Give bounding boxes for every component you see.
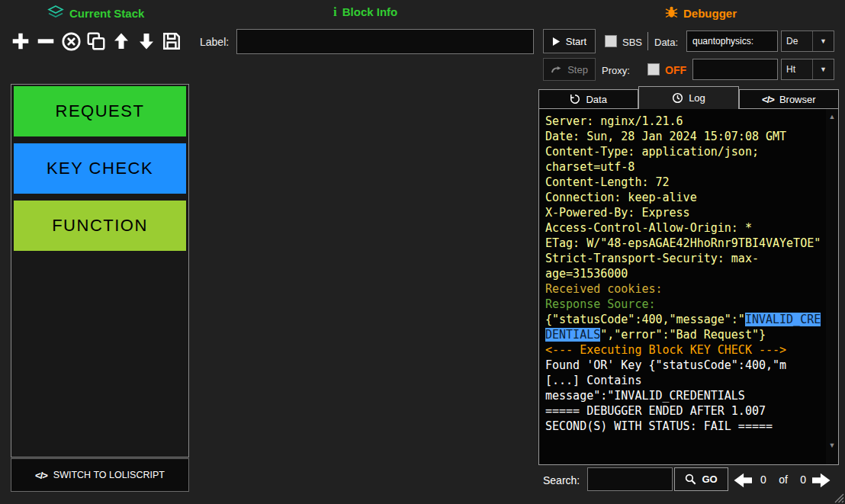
log-line: Connection: keep-alive — [545, 190, 823, 205]
minus-icon — [36, 31, 56, 51]
clock-history-icon — [672, 92, 683, 104]
block-info-title: Block Info — [342, 5, 398, 18]
log-line: Content-Length: 72 — [545, 175, 823, 190]
code-icon: </> — [762, 94, 774, 105]
search-go-button[interactable]: GO — [674, 467, 728, 491]
vertical-divider — [647, 32, 648, 50]
circle-x-icon — [61, 31, 82, 52]
clone-block-button[interactable] — [85, 27, 108, 55]
layers-icon — [47, 5, 64, 21]
log-lines: Server: nginx/1.21.6Date: Sun, 28 Jan 20… — [545, 114, 823, 434]
proxy-type-dropdown[interactable]: Ht ▼ — [781, 59, 834, 80]
search-caption: Search: — [543, 474, 580, 486]
proxy-checkbox[interactable] — [647, 63, 660, 75]
log-line: Server: nginx/1.21.6 — [545, 114, 823, 129]
log-line: Access-Control-Allow-Origin: * — [545, 220, 823, 236]
stacker-debugger-window: Current Stack i Block Info Debugger — [0, 0, 845, 504]
debugger-title: Debugger — [683, 7, 737, 20]
switch-to-loliscript-button[interactable]: </> SWITCH TO LOLISCRIPT — [11, 458, 189, 492]
chevron-down-icon[interactable]: ▼ — [812, 59, 834, 79]
sbs-checkbox[interactable] — [605, 35, 617, 47]
arrow-down-icon — [137, 31, 156, 51]
plus-icon — [11, 31, 31, 51]
proxy-type-value: Ht — [782, 59, 812, 79]
code-icon: </> — [35, 470, 47, 481]
save-config-button[interactable] — [160, 27, 183, 55]
disable-block-button[interactable] — [59, 27, 82, 55]
refresh-icon — [570, 94, 580, 104]
start-button-label: Start — [566, 36, 586, 47]
data-input[interactable] — [686, 30, 778, 52]
log-line: Found 'OR' Key {"statusCode":400,"m [...… — [545, 358, 823, 403]
remove-block-button[interactable] — [34, 27, 57, 55]
save-icon — [162, 31, 182, 51]
proxy-input[interactable] — [692, 59, 778, 80]
log-panel: Server: nginx/1.21.6Date: Sun, 28 Jan 20… — [538, 108, 839, 465]
search-input[interactable] — [587, 467, 673, 491]
next-match-button[interactable] — [810, 469, 833, 492]
tab-log-label: Log — [689, 92, 705, 104]
move-block-up-button[interactable] — [110, 27, 133, 55]
wordlist-type-value: De — [782, 31, 812, 51]
log-line: ETag: W/"48-epsAGAE42HhoRnr9TBI4VAYeTOE" — [545, 236, 823, 251]
stack-block-request[interactable]: REQUEST — [14, 86, 186, 136]
scroll-down-icon[interactable]: ▼ — [826, 440, 838, 451]
current-stack-title: Current Stack — [69, 7, 144, 20]
stack-block-function[interactable]: FUNCTION — [14, 201, 186, 251]
sbs-label: SBS — [622, 37, 642, 48]
match-total: 0 — [800, 474, 806, 486]
add-block-button[interactable] — [9, 27, 32, 55]
tab-data-label: Data — [586, 94, 606, 105]
match-of-label: of — [779, 474, 788, 486]
log-scrollbar[interactable]: ▲ ▼ — [826, 109, 838, 464]
start-button[interactable]: Start — [543, 29, 596, 53]
data-caption: Data: — [654, 37, 678, 48]
wordlist-type-dropdown[interactable]: De ▼ — [781, 30, 834, 52]
log-line: <--- Executing Block KEY CHECK ---> — [545, 342, 823, 358]
arrow-left-icon — [732, 471, 753, 490]
move-block-down-button[interactable] — [135, 27, 158, 55]
log-line: Content-Type: application/json; charset=… — [545, 144, 823, 175]
switch-button-label: SWITCH TO LOLISCRIPT — [53, 470, 165, 480]
stack-list: REQUESTKEY CHECKFUNCTION — [14, 86, 186, 251]
proxy-status-badge: OFF — [665, 64, 686, 76]
arrow-right-icon — [811, 471, 832, 490]
match-current: 0 — [760, 474, 766, 486]
log-line: X-Powered-By: Express — [545, 205, 823, 220]
match-counter: 0 of 0 — [760, 474, 806, 486]
step-arrow-icon — [551, 65, 562, 74]
block-label-caption: Label: — [200, 36, 229, 48]
arrow-up-icon — [112, 31, 130, 51]
go-button-label: GO — [702, 474, 717, 485]
debugger-tabbar: Data Log </> Browser — [538, 86, 839, 109]
step-button-label: Step — [567, 64, 588, 75]
scroll-up-icon[interactable]: ▲ — [826, 111, 838, 122]
log-line: ===== DEBUGGER ENDED AFTER 1.007 SECOND(… — [545, 403, 823, 434]
step-button[interactable]: Step — [543, 58, 596, 81]
stack-block-key-check[interactable]: KEY CHECK — [14, 143, 186, 194]
clone-icon — [86, 31, 106, 51]
chevron-down-icon[interactable]: ▼ — [812, 31, 834, 51]
play-icon — [552, 37, 561, 47]
log-line: Received cookies: — [545, 281, 823, 297]
tab-log[interactable]: Log — [638, 86, 738, 109]
log-line: Response Source: — [545, 297, 823, 312]
stack-toolbar — [9, 27, 183, 55]
bug-icon — [665, 5, 678, 21]
tab-browser[interactable]: </> Browser — [739, 89, 839, 109]
block-info-header: i Block Info — [333, 5, 397, 18]
tab-data[interactable]: Data — [538, 89, 638, 109]
debugger-header: Debugger — [665, 5, 737, 21]
current-stack-header: Current Stack — [47, 5, 144, 21]
resize-grip[interactable] — [834, 493, 844, 503]
proxy-caption: Proxy: — [602, 65, 630, 76]
tab-browser-label: Browser — [779, 94, 816, 105]
log-line: Strict-Transport-Security: max-age=31536… — [545, 251, 823, 281]
log-line: {"statusCode":400,"message":"INVALID_CRE… — [545, 312, 823, 342]
block-label-input[interactable] — [236, 29, 534, 54]
info-icon: i — [333, 5, 337, 18]
log-line: Date: Sun, 28 Jan 2024 15:07:08 GMT — [545, 129, 823, 144]
magnifier-icon — [685, 474, 696, 485]
previous-match-button[interactable] — [731, 469, 754, 492]
stack-panel: REQUESTKEY CHECKFUNCTION — [11, 84, 189, 457]
